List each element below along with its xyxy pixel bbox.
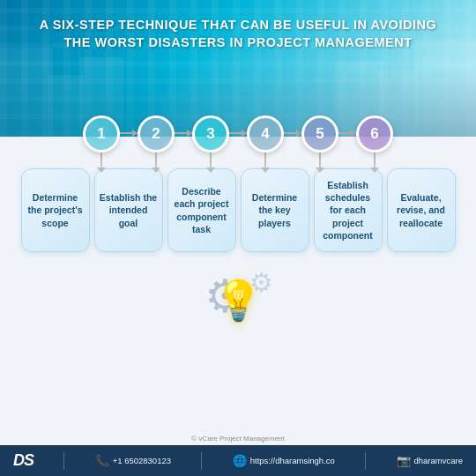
instagram-icon: 📷 [397, 454, 411, 467]
step-circle-4: 4 [247, 115, 284, 152]
step-wrapper-6: 6 [356, 115, 393, 168]
step-circle-1: 1 [83, 115, 120, 152]
footer-divider-1 [63, 452, 64, 470]
icon-area: ⚙ ⚙ 💡 [194, 265, 282, 336]
header-text-block: A SIX-STEP TECHNIQUE THAT CAN BE USEFUL … [0, 0, 476, 61]
bottom-section: ⚙ ⚙ 💡 [0, 261, 476, 336]
step-circle-6: 6 [356, 115, 393, 152]
globe-icon: 🌐 [233, 454, 247, 467]
step-connector-1 [100, 152, 102, 168]
step-card-3: Describe each project component task [167, 168, 236, 252]
step-connector-3 [210, 152, 212, 168]
steps-row: 123456 [0, 115, 476, 168]
footer-divider-3 [365, 452, 366, 470]
step-connector-2 [155, 152, 157, 168]
step-connector-6 [374, 152, 376, 168]
footer-website: 🌐 https://dharamsingh.co [233, 454, 335, 467]
step-connector-4 [264, 152, 266, 168]
step-card-5: Establish schedules for each project com… [314, 168, 383, 252]
main-container: A SIX-STEP TECHNIQUE THAT CAN BE USEFUL … [0, 0, 476, 476]
phone-icon: 📞 [95, 454, 109, 467]
step-arrow-4 [284, 130, 301, 137]
step-wrapper-1: 1 [83, 115, 120, 168]
step-arrow-3 [229, 130, 247, 137]
step-wrapper-3: 3 [192, 115, 229, 168]
step-arrow-1 [120, 130, 138, 137]
step-wrapper-4: 4 [247, 115, 284, 168]
footer: DS 📞 +1 6502830123 🌐 https://dharamsingh… [0, 445, 476, 476]
step-circle-2: 2 [138, 115, 175, 152]
step-card-1: Determine the project's scope [21, 168, 90, 252]
copyright-text: © vCare Project Management [0, 435, 476, 443]
step-arrow-2 [175, 130, 192, 137]
ds-logo: DS [13, 451, 33, 470]
step-card-4: Determine the key players [241, 168, 309, 252]
bulb-icon: 💡 [214, 278, 263, 324]
step-card-6: Evaluate, revise, and reallocate [387, 168, 456, 252]
step-circle-5: 5 [301, 115, 338, 152]
step-connector-5 [319, 152, 321, 168]
footer-instagram: 📷 dharamvcare [397, 454, 463, 467]
cards-row: Determine the project's scopeEstablish t… [0, 168, 476, 252]
footer-divider-2 [201, 452, 202, 470]
step-arrow-5 [338, 130, 356, 137]
footer-logo-area: DS [13, 451, 33, 470]
step-card-2: Establish the intended goal [94, 168, 163, 252]
step-wrapper-2: 2 [138, 115, 175, 168]
step-circle-3: 3 [192, 115, 229, 152]
header-title: A SIX-STEP TECHNIQUE THAT CAN BE USEFUL … [18, 16, 458, 52]
footer-phone: 📞 +1 6502830123 [95, 454, 171, 467]
step-wrapper-5: 5 [301, 115, 338, 168]
